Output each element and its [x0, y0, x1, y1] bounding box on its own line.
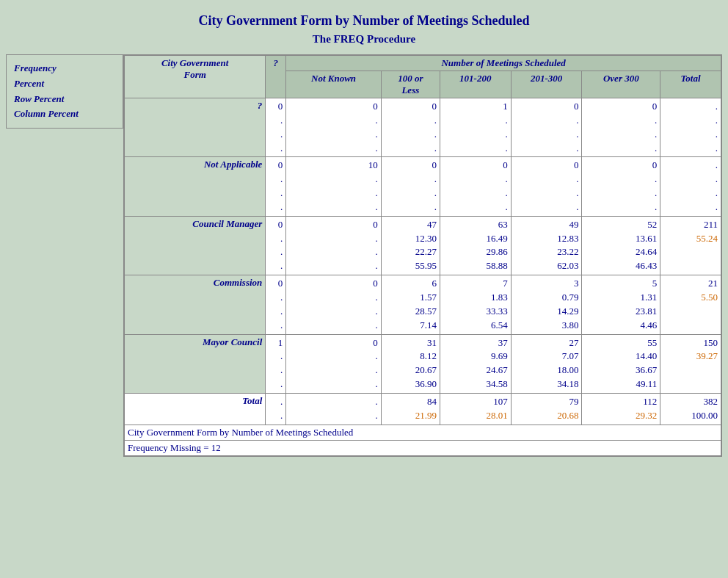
not-known-header: Not Known [286, 71, 382, 98]
data-cell-2-6: 211 55.24 [660, 216, 721, 275]
100-less-header: 100 orLess [381, 71, 440, 98]
data-cell-1-6: . . . . [660, 157, 721, 216]
data-cell-0-5: 0 . . . [582, 98, 660, 157]
data-cell-4-5: 55 14.40 36.67 49.11 [582, 334, 660, 393]
data-cell-2-3: 63 16.49 29.86 58.88 [440, 216, 511, 275]
total-cell-1: . . [286, 393, 382, 425]
data-cell-4-1: 0 . . . [286, 334, 382, 393]
data-cell-2-2: 47 12.30 22.27 55.95 [381, 216, 440, 275]
data-cell-4-2: 31 8.12 20.67 36.90 [381, 334, 440, 393]
data-cell-2-0: 0 . . . [266, 216, 286, 275]
data-cell-1-4: 0 . . . [511, 157, 582, 216]
proc-title: The FREQ Procedure [6, 33, 722, 46]
data-cell-3-5: 5 1.31 23.81 4.46 [582, 275, 660, 334]
total-cell-5: 112 29.32 [582, 393, 660, 425]
data-cell-1-0: 0 . . . [266, 157, 286, 216]
main-layout: Frequency Percent Row Percent Column Per… [6, 54, 722, 457]
data-cell-0-1: 0 . . . [286, 98, 382, 157]
legend-line3: Row Percent [14, 92, 115, 107]
data-cell-0-2: 0 . . . [381, 98, 440, 157]
legend-line2: Percent [14, 76, 115, 92]
201-300-header: 201-300 [511, 71, 582, 98]
legend-line4: Column Percent [14, 106, 115, 122]
footer-row-1: City Government Form by Number of Meetin… [125, 425, 721, 440]
total-cell-4: 79 20.68 [511, 393, 582, 425]
data-cell-4-3: 37 9.69 24.67 34.58 [440, 334, 511, 393]
data-cell-3-1: 0 . . . [286, 275, 382, 334]
row-label-0: ? [125, 98, 266, 157]
data-cell-1-2: 0 . . . [381, 157, 440, 216]
total-header: Total [660, 71, 721, 98]
data-cell-3-6: 21 5.50 [660, 275, 721, 334]
data-cell-1-3: 0 . . . [440, 157, 511, 216]
data-cell-0-3: 1 . . . [440, 98, 511, 157]
row-label-1: Not Applicable [125, 157, 266, 216]
data-cell-4-0: 1 . . . [266, 334, 286, 393]
data-cell-3-2: 6 1.57 28.57 7.14 [381, 275, 440, 334]
data-cell-4-4: 27 7.07 18.00 34.18 [511, 334, 582, 393]
total-cell-0: . . [266, 393, 286, 425]
data-cell-0-6: . . . . [660, 98, 721, 157]
legend-line1: Frequency [14, 61, 115, 76]
data-cell-1-5: 0 . . . [582, 157, 660, 216]
data-cell-2-1: 0 . . . [286, 216, 382, 275]
101-200-header: 101-200 [440, 71, 511, 98]
meetings-header: Number of Meetings Scheduled [286, 56, 721, 71]
data-cell-2-5: 52 13.61 24.64 46.43 [582, 216, 660, 275]
data-cell-0-4: 0 . . . [511, 98, 582, 157]
total-cell-6: 382 100.00 [660, 393, 721, 425]
row-header-cell: City GovernmentForm [125, 56, 266, 98]
row-label-3: Commission [125, 275, 266, 334]
data-cell-3-0: 0 . . . [266, 275, 286, 334]
legend: Frequency Percent Row Percent Column Per… [6, 54, 123, 129]
data-cell-2-4: 49 12.83 23.22 62.03 [511, 216, 582, 275]
over300-header: Over 300 [582, 71, 660, 98]
row-label-2: Council Manager [125, 216, 266, 275]
total-row-label: Total [125, 393, 266, 425]
total-cell-3: 107 28.01 [440, 393, 511, 425]
freq-table: City GovernmentForm ? Number of Meetings… [124, 55, 721, 456]
table-wrapper: City GovernmentForm ? Number of Meetings… [123, 54, 722, 457]
data-cell-3-3: 7 1.83 33.33 6.54 [440, 275, 511, 334]
row-label-4: Mayor Council [125, 334, 266, 393]
total-cell-2: 84 21.99 [381, 393, 440, 425]
page-title: City Government Form by Number of Meetin… [6, 13, 722, 29]
data-cell-4-6: 150 39.27 [660, 334, 721, 393]
q-col-header: ? [266, 56, 286, 98]
footer-row-2: Frequency Missing = 12 [125, 440, 721, 455]
data-cell-3-4: 3 0.79 14.29 3.80 [511, 275, 582, 334]
data-cell-1-1: 10 . . . [286, 157, 382, 216]
data-cell-0-0: 0 . . . [266, 98, 286, 157]
